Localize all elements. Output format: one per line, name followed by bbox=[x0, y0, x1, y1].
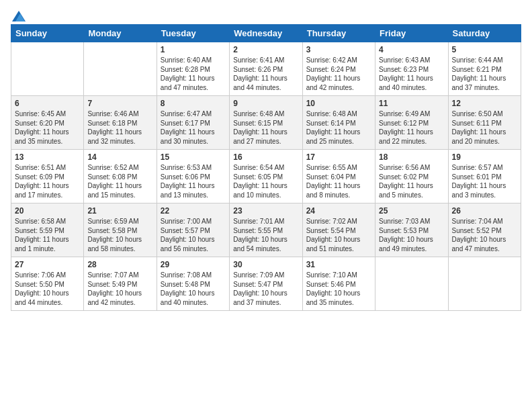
day-number: 29 bbox=[161, 260, 226, 269]
cell-details: Sunrise: 6:45 AMSunset: 6:20 PMDaylight:… bbox=[15, 109, 80, 146]
cell-details: Sunrise: 6:47 AMSunset: 6:17 PMDaylight:… bbox=[161, 109, 226, 146]
calendar-cell bbox=[448, 257, 521, 311]
calendar-cell: 20Sunrise: 6:58 AMSunset: 5:59 PMDayligh… bbox=[11, 203, 84, 257]
day-number: 2 bbox=[233, 45, 298, 54]
calendar-cell: 28Sunrise: 7:07 AMSunset: 5:49 PMDayligh… bbox=[84, 257, 157, 311]
column-header-saturday: Saturday bbox=[448, 25, 521, 42]
page-header bbox=[11, 11, 521, 19]
calendar-cell: 26Sunrise: 7:04 AMSunset: 5:52 PMDayligh… bbox=[448, 203, 521, 257]
day-number: 5 bbox=[452, 45, 517, 54]
cell-details: Sunrise: 6:56 AMSunset: 6:02 PMDaylight:… bbox=[379, 163, 444, 199]
calendar-cell: 1Sunrise: 6:40 AMSunset: 6:28 PMDaylight… bbox=[157, 42, 229, 96]
day-number: 22 bbox=[161, 206, 226, 216]
calendar-cell: 30Sunrise: 7:09 AMSunset: 5:47 PMDayligh… bbox=[230, 257, 302, 311]
calendar-cell bbox=[375, 257, 448, 311]
calendar-cell: 10Sunrise: 6:48 AMSunset: 6:14 PMDayligh… bbox=[302, 96, 375, 150]
day-number: 6 bbox=[15, 99, 80, 108]
cell-details: Sunrise: 7:00 AMSunset: 5:57 PMDaylight:… bbox=[161, 217, 226, 253]
cell-details: Sunrise: 7:10 AMSunset: 5:46 PMDaylight:… bbox=[306, 271, 371, 307]
day-number: 28 bbox=[87, 260, 152, 269]
calendar-cell bbox=[84, 42, 157, 96]
cell-details: Sunrise: 6:52 AMSunset: 6:08 PMDaylight:… bbox=[87, 163, 152, 199]
column-header-friday: Friday bbox=[375, 25, 448, 42]
cell-details: Sunrise: 7:07 AMSunset: 5:49 PMDaylight:… bbox=[87, 271, 152, 307]
day-number: 16 bbox=[233, 152, 298, 162]
cell-details: Sunrise: 6:55 AMSunset: 6:04 PMDaylight:… bbox=[306, 163, 371, 199]
calendar-cell: 6Sunrise: 6:45 AMSunset: 6:20 PMDaylight… bbox=[11, 96, 84, 150]
day-number: 15 bbox=[161, 152, 226, 162]
calendar-cell: 23Sunrise: 7:01 AMSunset: 5:55 PMDayligh… bbox=[230, 203, 302, 257]
calendar-header-row: SundayMondayTuesdayWednesdayThursdayFrid… bbox=[11, 25, 521, 42]
cell-details: Sunrise: 6:43 AMSunset: 6:23 PMDaylight:… bbox=[379, 56, 444, 92]
calendar-cell: 7Sunrise: 6:46 AMSunset: 6:18 PMDaylight… bbox=[84, 96, 157, 150]
calendar-table: SundayMondayTuesdayWednesdayThursdayFrid… bbox=[11, 24, 521, 311]
day-number: 19 bbox=[452, 152, 517, 162]
day-number: 1 bbox=[161, 45, 226, 54]
cell-details: Sunrise: 6:59 AMSunset: 5:58 PMDaylight:… bbox=[87, 217, 152, 253]
cell-details: Sunrise: 6:48 AMSunset: 6:14 PMDaylight:… bbox=[306, 109, 371, 146]
cell-details: Sunrise: 7:03 AMSunset: 5:53 PMDaylight:… bbox=[379, 217, 444, 253]
column-header-thursday: Thursday bbox=[302, 25, 375, 42]
calendar-cell: 14Sunrise: 6:52 AMSunset: 6:08 PMDayligh… bbox=[84, 150, 157, 203]
calendar-cell: 22Sunrise: 7:00 AMSunset: 5:57 PMDayligh… bbox=[157, 203, 229, 257]
cell-details: Sunrise: 6:48 AMSunset: 6:15 PMDaylight:… bbox=[233, 109, 298, 146]
calendar-cell: 17Sunrise: 6:55 AMSunset: 6:04 PMDayligh… bbox=[302, 150, 375, 203]
calendar-week-row: 6Sunrise: 6:45 AMSunset: 6:20 PMDaylight… bbox=[11, 96, 521, 150]
day-number: 25 bbox=[379, 206, 444, 216]
day-number: 31 bbox=[306, 260, 371, 269]
cell-details: Sunrise: 6:53 AMSunset: 6:06 PMDaylight:… bbox=[161, 163, 226, 199]
calendar-cell: 9Sunrise: 6:48 AMSunset: 6:15 PMDaylight… bbox=[230, 96, 302, 150]
day-number: 26 bbox=[452, 206, 517, 216]
calendar-cell: 25Sunrise: 7:03 AMSunset: 5:53 PMDayligh… bbox=[375, 203, 448, 257]
calendar-cell: 3Sunrise: 6:42 AMSunset: 6:24 PMDaylight… bbox=[302, 42, 375, 96]
day-number: 14 bbox=[87, 152, 152, 162]
logo-icon bbox=[12, 11, 26, 21]
cell-details: Sunrise: 6:58 AMSunset: 5:59 PMDaylight:… bbox=[15, 217, 80, 253]
calendar-cell bbox=[11, 42, 84, 96]
column-header-wednesday: Wednesday bbox=[230, 25, 302, 42]
calendar-cell: 29Sunrise: 7:08 AMSunset: 5:48 PMDayligh… bbox=[157, 257, 229, 311]
cell-details: Sunrise: 6:51 AMSunset: 6:09 PMDaylight:… bbox=[15, 163, 80, 199]
day-number: 4 bbox=[379, 45, 444, 54]
cell-details: Sunrise: 7:04 AMSunset: 5:52 PMDaylight:… bbox=[452, 217, 517, 253]
cell-details: Sunrise: 6:44 AMSunset: 6:21 PMDaylight:… bbox=[452, 56, 517, 92]
cell-details: Sunrise: 6:46 AMSunset: 6:18 PMDaylight:… bbox=[87, 109, 152, 146]
calendar-cell: 4Sunrise: 6:43 AMSunset: 6:23 PMDaylight… bbox=[375, 42, 448, 96]
calendar-cell: 13Sunrise: 6:51 AMSunset: 6:09 PMDayligh… bbox=[11, 150, 84, 203]
day-number: 20 bbox=[15, 206, 80, 216]
day-number: 21 bbox=[87, 206, 152, 216]
calendar-cell: 21Sunrise: 6:59 AMSunset: 5:58 PMDayligh… bbox=[84, 203, 157, 257]
day-number: 18 bbox=[379, 152, 444, 162]
calendar-cell: 24Sunrise: 7:02 AMSunset: 5:54 PMDayligh… bbox=[302, 203, 375, 257]
cell-details: Sunrise: 6:50 AMSunset: 6:11 PMDaylight:… bbox=[452, 109, 517, 146]
calendar-cell: 15Sunrise: 6:53 AMSunset: 6:06 PMDayligh… bbox=[157, 150, 229, 203]
cell-details: Sunrise: 6:40 AMSunset: 6:28 PMDaylight:… bbox=[161, 56, 226, 92]
day-number: 8 bbox=[161, 99, 226, 108]
day-number: 17 bbox=[306, 152, 371, 162]
day-number: 10 bbox=[306, 99, 371, 108]
day-number: 23 bbox=[233, 206, 298, 216]
day-number: 12 bbox=[452, 99, 517, 108]
cell-details: Sunrise: 6:42 AMSunset: 6:24 PMDaylight:… bbox=[306, 56, 371, 92]
calendar-cell: 19Sunrise: 6:57 AMSunset: 6:01 PMDayligh… bbox=[448, 150, 521, 203]
day-number: 7 bbox=[87, 99, 152, 108]
column-header-tuesday: Tuesday bbox=[157, 25, 229, 42]
day-number: 30 bbox=[233, 260, 298, 269]
calendar-cell: 16Sunrise: 6:54 AMSunset: 6:05 PMDayligh… bbox=[230, 150, 302, 203]
day-number: 9 bbox=[233, 99, 298, 108]
calendar-cell: 5Sunrise: 6:44 AMSunset: 6:21 PMDaylight… bbox=[448, 42, 521, 96]
cell-details: Sunrise: 6:57 AMSunset: 6:01 PMDaylight:… bbox=[452, 163, 517, 199]
cell-details: Sunrise: 6:54 AMSunset: 6:05 PMDaylight:… bbox=[233, 163, 298, 199]
calendar-cell: 11Sunrise: 6:49 AMSunset: 6:12 PMDayligh… bbox=[375, 96, 448, 150]
cell-details: Sunrise: 7:09 AMSunset: 5:47 PMDaylight:… bbox=[233, 271, 298, 307]
cell-details: Sunrise: 6:41 AMSunset: 6:26 PMDaylight:… bbox=[233, 56, 298, 92]
calendar-week-row: 20Sunrise: 6:58 AMSunset: 5:59 PMDayligh… bbox=[11, 203, 521, 257]
calendar-cell: 18Sunrise: 6:56 AMSunset: 6:02 PMDayligh… bbox=[375, 150, 448, 203]
calendar-week-row: 13Sunrise: 6:51 AMSunset: 6:09 PMDayligh… bbox=[11, 150, 521, 203]
calendar-cell: 8Sunrise: 6:47 AMSunset: 6:17 PMDaylight… bbox=[157, 96, 229, 150]
cell-details: Sunrise: 7:06 AMSunset: 5:50 PMDaylight:… bbox=[15, 271, 80, 307]
day-number: 13 bbox=[15, 152, 80, 162]
day-number: 24 bbox=[306, 206, 371, 216]
column-header-monday: Monday bbox=[84, 25, 157, 42]
day-number: 27 bbox=[15, 260, 80, 269]
